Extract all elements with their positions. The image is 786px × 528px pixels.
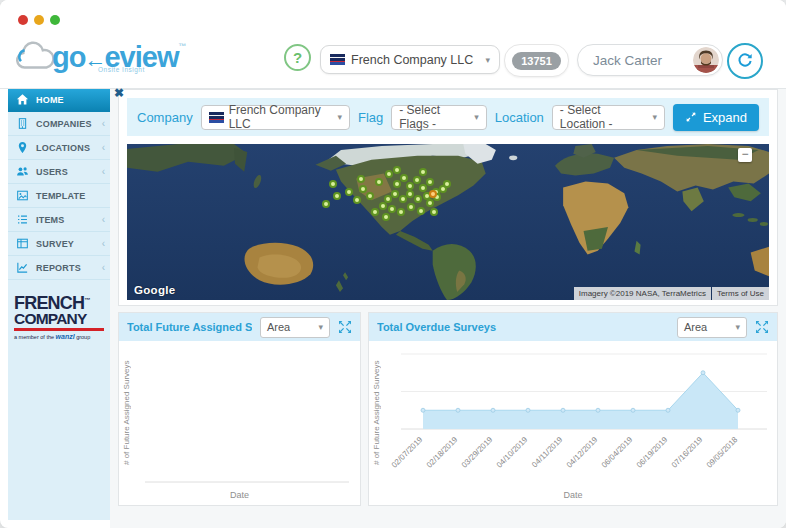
flag-filter-select[interactable]: - Select Flags - ▾ xyxy=(391,105,486,130)
map-marker[interactable] xyxy=(391,190,399,198)
terms-of-use-link[interactable]: Terms of Use xyxy=(712,287,769,300)
map-marker[interactable] xyxy=(399,195,407,203)
map-marker[interactable] xyxy=(353,196,361,204)
header-company-dropdown[interactable]: French Company LLC ▾ xyxy=(320,45,500,74)
map-marker[interactable] xyxy=(414,195,422,203)
expand-button[interactable]: Expand xyxy=(673,104,759,131)
panel-header: Total Future Assigned Surveys Area ▾ xyxy=(119,313,360,341)
sidebar-item-locations[interactable]: LOCATIONS‹ xyxy=(8,136,110,160)
map-markers xyxy=(127,144,769,300)
sidebar-item-home[interactable]: HOME xyxy=(8,88,110,112)
map-marker[interactable] xyxy=(430,208,438,216)
expand-arrows-icon xyxy=(685,111,697,123)
world-map[interactable]: − Google Imagery ©2019 NASA, TerraMetric… xyxy=(127,144,769,300)
companies-icon xyxy=(16,117,29,130)
map-marker[interactable] xyxy=(357,175,365,183)
chart-type-select[interactable]: Area ▾ xyxy=(677,317,747,338)
sidebar-item-users[interactable]: USERS‹ xyxy=(8,160,110,184)
expand-button-label: Expand xyxy=(703,110,747,125)
filter-bar: Company French Company LLC ▾ Flag - Sele… xyxy=(127,98,769,136)
sidebar-item-items[interactable]: ITEMS‹ xyxy=(8,208,110,232)
map-marker[interactable] xyxy=(393,180,401,188)
map-marker[interactable] xyxy=(443,180,451,188)
chevron-down-icon: ▾ xyxy=(735,322,740,332)
svg-text:04/12/2019: 04/12/2019 xyxy=(565,435,600,470)
future-surveys-chart xyxy=(119,341,360,505)
map-marker[interactable] xyxy=(322,200,330,208)
logo-go: go xyxy=(52,41,85,73)
help-icon[interactable]: ? xyxy=(284,44,311,71)
company-filter-select[interactable]: French Company LLC ▾ xyxy=(201,105,350,130)
google-logo: Google xyxy=(134,284,175,296)
refresh-button[interactable] xyxy=(727,43,763,79)
map-marker[interactable] xyxy=(417,207,425,215)
svg-text:06/04/2019: 06/04/2019 xyxy=(600,435,635,470)
map-marker[interactable] xyxy=(419,168,427,176)
chevron-down-icon: ▾ xyxy=(652,112,657,122)
sidebar-item-survey[interactable]: SURVEY‹ xyxy=(8,232,110,256)
map-marker-orange[interactable] xyxy=(429,190,437,198)
panel-title: Total Overdue Surveys xyxy=(377,321,669,333)
svg-text:06/19/2019: 06/19/2019 xyxy=(635,435,670,470)
survey-icon xyxy=(16,237,29,250)
map-marker[interactable] xyxy=(393,166,401,174)
brand-wanzl: wanzl xyxy=(56,333,75,340)
company-logo-icon xyxy=(209,112,224,123)
location-filter-value: - Select Location - xyxy=(560,103,648,131)
map-marker[interactable] xyxy=(426,199,434,207)
template-icon xyxy=(16,189,29,202)
map-marker[interactable] xyxy=(345,188,353,196)
map-marker[interactable] xyxy=(413,176,421,184)
chevron-down-icon: ▾ xyxy=(318,322,323,332)
svg-text:03/29/2019: 03/29/2019 xyxy=(460,435,495,470)
location-filter-select[interactable]: - Select Location - ▾ xyxy=(552,105,665,130)
map-marker[interactable] xyxy=(366,192,374,200)
map-marker[interactable] xyxy=(385,170,393,178)
main-content: ✖ Company French Company LLC ▾ Flag - Se… xyxy=(110,88,786,528)
map-marker[interactable] xyxy=(407,203,415,211)
company-filter-value: French Company LLC xyxy=(229,103,333,131)
map-marker[interactable] xyxy=(371,208,379,216)
header-company-value: French Company LLC xyxy=(351,53,479,67)
map-marker[interactable] xyxy=(426,178,434,186)
map-marker[interactable] xyxy=(333,192,341,200)
home-icon xyxy=(16,93,29,106)
user-menu[interactable]: Jack Carter xyxy=(577,44,723,76)
chart-type-value: Area xyxy=(267,321,290,333)
map-marker[interactable] xyxy=(406,190,414,198)
window-maximize-button[interactable] xyxy=(50,15,60,25)
map-marker[interactable] xyxy=(388,205,396,213)
map-marker[interactable] xyxy=(382,213,390,221)
map-marker[interactable] xyxy=(400,174,408,182)
sidebar-item-companies[interactable]: COMPANIES‹ xyxy=(8,112,110,136)
refresh-icon xyxy=(736,52,754,70)
items-icon xyxy=(16,213,29,226)
map-marker[interactable] xyxy=(359,185,367,193)
window-minimize-button[interactable] xyxy=(34,15,44,25)
map-marker[interactable] xyxy=(375,178,383,186)
overdue-surveys-panel: Total Overdue Surveys Area ▾ # of Future… xyxy=(368,312,778,506)
fullscreen-icon[interactable] xyxy=(338,320,352,334)
locations-icon xyxy=(16,141,29,154)
user-name: Jack Carter xyxy=(593,53,662,68)
map-marker[interactable] xyxy=(419,184,427,192)
close-icon[interactable]: ✖ xyxy=(114,86,124,100)
fullscreen-icon[interactable] xyxy=(755,320,769,334)
map-marker[interactable] xyxy=(397,208,405,216)
brand-sub-pre: a member of the xyxy=(14,334,56,340)
map-marker[interactable] xyxy=(379,202,387,210)
count-badge-container: 13751 xyxy=(504,44,569,77)
brand-tm: ™ xyxy=(84,297,90,303)
window-close-button[interactable] xyxy=(18,15,28,25)
sidebar-item-template[interactable]: TEMPLATE xyxy=(8,184,110,208)
map-marker[interactable] xyxy=(406,182,414,190)
svg-text:04/10/2019: 04/10/2019 xyxy=(495,435,530,470)
flag-filter-label: Flag xyxy=(358,110,383,125)
chart-type-select[interactable]: Area ▾ xyxy=(260,317,330,338)
app-window: go←eview™ Onsite Insight ? French Compan… xyxy=(0,0,786,528)
map-marker[interactable] xyxy=(329,180,337,188)
map-zoom-out-button[interactable]: − xyxy=(738,148,752,162)
logo-tagline: Onsite Insight xyxy=(98,66,145,73)
chevron-down-icon: ▾ xyxy=(474,112,479,122)
sidebar-item-reports[interactable]: REPORTS‹ xyxy=(8,256,110,280)
